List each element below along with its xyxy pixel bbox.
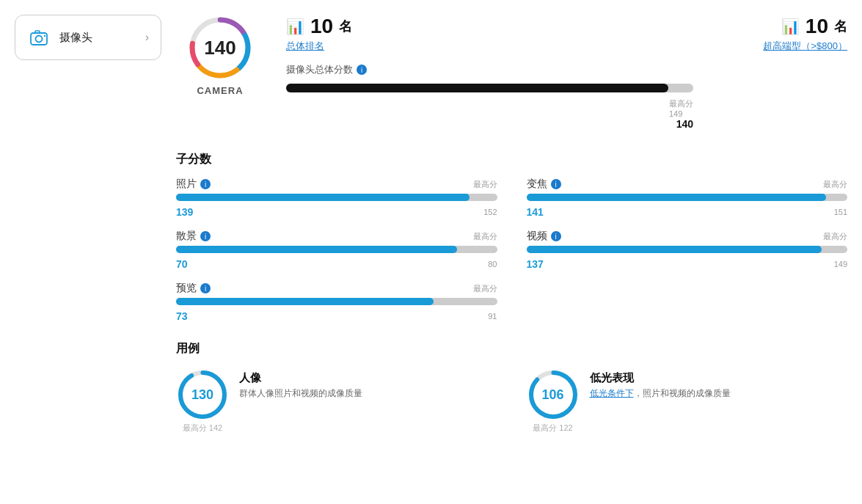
usecases-title: 用例 <box>176 341 847 357</box>
sidebar-camera[interactable]: 摄像头 › <box>15 15 161 60</box>
subscore-video-name: 视频 i <box>527 230 561 243</box>
lowlight-name: 低光表现 <box>590 371 848 385</box>
subscore-photo-name: 照片 i <box>176 178 211 191</box>
score-info-icon[interactable]: i <box>357 65 367 75</box>
svg-rect-0 <box>31 33 47 45</box>
badge-score: 140 <box>204 37 235 59</box>
header-row: 140 CAMERA 📊 10 名 总体排名 摄像头总体分数 i <box>176 15 847 145</box>
main-content: 140 CAMERA 📊 10 名 总体排名 摄像头总体分数 i <box>176 15 847 489</box>
portrait-max: 最高分 142 <box>183 423 222 434</box>
lowlight-max: 最高分 122 <box>533 423 572 434</box>
score-bar-fill <box>286 84 668 92</box>
subscore-zoom-max: 最高分 <box>823 179 847 190</box>
lowlight-ring: 106 <box>527 368 580 421</box>
subscore-preview-name: 预览 i <box>176 282 211 295</box>
score-value: 140 <box>286 118 693 130</box>
portrait-ring: 130 <box>176 368 229 421</box>
zoom-bar <box>527 194 848 204</box>
premium-rank-title: 📊 10 名 <box>715 15 847 38</box>
bokeh-info-icon[interactable]: i <box>200 231 211 241</box>
premium-bar-icon: 📊 <box>781 18 800 35</box>
chevron-icon: › <box>145 31 149 44</box>
svg-rect-2 <box>35 31 40 33</box>
preview-score: 73 <box>176 310 188 322</box>
video-score: 137 <box>527 258 544 270</box>
overall-score-bar <box>286 81 693 95</box>
bokeh-bar <box>176 246 497 256</box>
subscore-zoom-name: 变焦 i <box>527 178 561 191</box>
zoom-info-icon[interactable]: i <box>551 179 561 189</box>
camera-ring: 140 <box>187 15 253 81</box>
camera-badge: 140 CAMERA <box>176 15 264 96</box>
svg-point-3 <box>44 35 45 37</box>
video-info-icon[interactable]: i <box>551 231 561 241</box>
rank-number: 10 <box>310 15 333 38</box>
lowlight-desc: 低光条件下，照片和视频的成像质量 <box>590 387 848 400</box>
subscore-photo-header: 照片 i 最高分 <box>176 178 497 191</box>
photo-info-icon[interactable]: i <box>200 179 211 189</box>
subscore-photo: 照片 i 最高分 139 152 <box>176 178 497 218</box>
premium-rank-number: 10 <box>806 15 828 38</box>
portrait-info: 人像 群体人像照片和视频的成像质量 <box>239 368 497 400</box>
bar-chart-icon: 📊 <box>286 18 304 35</box>
zoom-score: 141 <box>527 206 544 218</box>
premium-rank-link[interactable]: 超高端型（>$800） <box>715 40 847 53</box>
portrait-name: 人像 <box>239 371 497 385</box>
subscore-video-max: 最高分 <box>823 231 847 242</box>
subscore-video: 视频 i 最高分 137 149 <box>527 230 848 270</box>
overall-rank-link[interactable]: 总体排名 <box>286 40 693 53</box>
photo-bar <box>176 194 497 204</box>
usecase-portrait: 130 最高分 142 人像 群体人像照片和视频的成像质量 <box>176 368 497 434</box>
preview-bar <box>176 298 497 308</box>
usecases-grid: 130 最高分 142 人像 群体人像照片和视频的成像质量 <box>176 368 847 434</box>
video-bar <box>527 246 848 256</box>
subscore-preview-header: 预览 i 最高分 <box>176 282 497 295</box>
subscore-bokeh: 散景 i 最高分 70 80 <box>176 230 497 270</box>
subscore-bokeh-max: 最高分 <box>473 231 497 242</box>
subscore-video-header: 视频 i 最高分 <box>527 230 848 243</box>
usecase-lowlight: 106 最高分 122 低光表现 低光条件下，照片和视频的成像质量 <box>527 368 848 434</box>
rank-section: 📊 10 名 总体排名 摄像头总体分数 i 最高分 <box>286 15 693 130</box>
svg-point-1 <box>36 36 43 43</box>
subscores-right: 变焦 i 最高分 141 151 <box>527 178 848 334</box>
score-label: 摄像头总体分数 i <box>286 63 693 76</box>
bokeh-score: 70 <box>176 258 188 270</box>
camera-icon <box>27 26 51 49</box>
rank-title: 📊 10 名 <box>286 15 693 38</box>
subscores-grid: 照片 i 最高分 139 152 <box>176 178 847 334</box>
photo-score: 139 <box>176 206 193 218</box>
subscores-left: 照片 i 最高分 139 152 <box>176 178 497 334</box>
portrait-desc: 群体人像照片和视频的成像质量 <box>239 387 497 400</box>
premium-rank-unit: 名 <box>834 18 847 35</box>
sidebar-label: 摄像头 <box>59 31 136 45</box>
subscore-preview: 预览 i 最高分 73 91 <box>176 282 497 322</box>
lowlight-score: 106 <box>541 387 563 403</box>
subscore-preview-max: 最高分 <box>473 283 497 294</box>
subscore-photo-max: 最高分 <box>473 179 497 190</box>
preview-info-icon[interactable]: i <box>200 283 211 293</box>
premium-rank: 📊 10 名 超高端型（>$800） <box>715 15 847 53</box>
badge-label: CAMERA <box>197 85 243 96</box>
rank-unit: 名 <box>339 18 352 35</box>
subsection-title: 子分数 <box>176 152 847 167</box>
subscore-zoom-header: 变焦 i 最高分 <box>527 178 848 191</box>
portrait-score: 130 <box>191 387 213 403</box>
score-bar-labels: 最高分 149 <box>286 98 693 118</box>
subscore-bokeh-name: 散景 i <box>176 230 211 243</box>
subscore-bokeh-header: 散景 i 最高分 <box>176 230 497 243</box>
subscore-zoom: 变焦 i 最高分 141 151 <box>527 178 848 218</box>
lowlight-info: 低光表现 低光条件下，照片和视频的成像质量 <box>590 368 848 400</box>
